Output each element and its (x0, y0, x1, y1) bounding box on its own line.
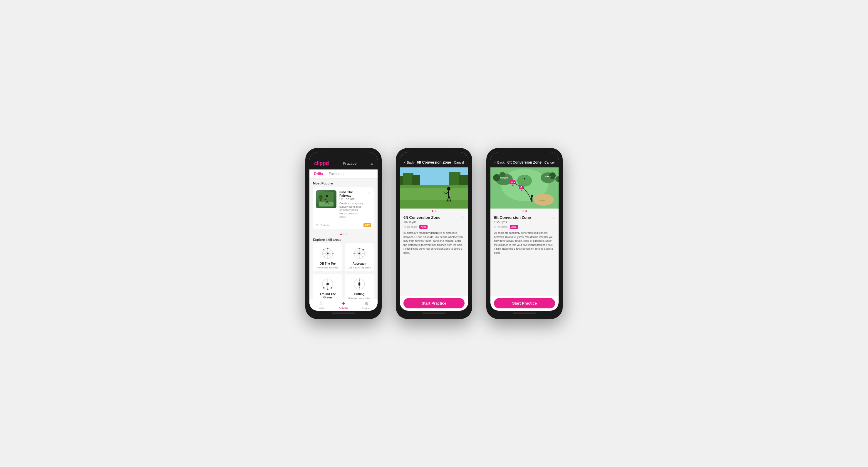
scene: clippd Practice ≡ Drills Favourites Most… (293, 136, 575, 331)
drill-title-3: 6ft Conversion Zone (494, 215, 531, 220)
off-the-tee-icon (320, 246, 336, 261)
drill-shots-2: ⏱ 20 shots (403, 226, 417, 229)
svg-point-78 (445, 200, 452, 202)
header-title-1: Practice (343, 161, 356, 166)
tab-favourites[interactable]: Favourites (329, 169, 345, 178)
skill-card-off-the-tee[interactable]: Off The Tee Power and accuracy (313, 243, 342, 271)
dot-active-2 (432, 210, 433, 212)
svg-point-34 (359, 253, 360, 254)
skill-name-atg: Around The Green (315, 293, 340, 299)
favourite-btn-3[interactable]: ☆ (551, 215, 555, 220)
svg-point-21 (332, 253, 334, 254)
featured-drill-card[interactable]: Find The Fairway Off The Tee Create an i… (313, 188, 374, 229)
drill-header-title-3: 6ft Conversion Zone (507, 160, 541, 165)
drill-title-row-3: 6ft Conversion Zone ☆ (494, 215, 555, 220)
svg-point-48 (327, 283, 329, 285)
carousel-dots (313, 232, 374, 236)
favourite-btn-2[interactable]: ☆ (461, 215, 465, 220)
nav-activities-label: Activities (339, 307, 348, 309)
skill-area-grid: Off The Tee Power and accuracy (313, 243, 374, 299)
svg-point-2 (326, 195, 328, 197)
drill-card-footer: ⏱ 10 shots OTT (313, 222, 374, 229)
drill-tag-3: ARG (510, 225, 518, 229)
dot-inactive-2 (435, 210, 436, 212)
drill-card-subtitle: Off The Tee (339, 197, 364, 201)
dot-2 (343, 234, 344, 235)
start-practice-button-3[interactable]: Start Practice (494, 298, 555, 308)
nav-activities[interactable]: ♣ Activities (332, 301, 355, 309)
svg-point-45 (327, 289, 328, 290)
skill-desc-approach: Dial-in to hit the green (348, 266, 371, 269)
svg-point-59 (359, 280, 360, 281)
svg-rect-99 (531, 197, 532, 201)
drill-range-3: 10-50 yds (494, 221, 555, 224)
svg-point-81 (517, 175, 532, 187)
svg-point-33 (362, 249, 364, 251)
svg-point-98 (531, 195, 533, 197)
svg-point-63 (359, 287, 360, 288)
putting-icon (351, 277, 368, 291)
screen-2: < Back 6ft Conversion Zone Cancel (400, 152, 468, 311)
drill-card-desc: Create an imaginary fairway using trees … (339, 202, 364, 219)
skill-desc-ott: Power and accuracy (317, 266, 338, 269)
screen-3: < Back 6ft Conversion Zone Cancel SAND (490, 152, 559, 311)
svg-text:ROUGH: ROUGH (545, 176, 551, 177)
svg-rect-71 (400, 188, 468, 200)
approach-icon (351, 246, 368, 261)
home-bar-3 (513, 312, 536, 314)
svg-point-32 (359, 248, 360, 249)
nav-home[interactable]: ⌂ Home (309, 301, 332, 309)
capture-icon: ⊕ (364, 301, 368, 306)
home-bar-1 (332, 312, 355, 314)
back-button-3[interactable]: < Back (495, 161, 504, 164)
skill-name-approach: Approach (352, 262, 366, 265)
most-popular-label: Most Popular (313, 181, 374, 185)
start-practice-button-2[interactable]: Start Practice (403, 298, 465, 308)
drill-photo-image (400, 167, 468, 208)
drill-meta-3: ⏱ 20 shots ARG (494, 225, 555, 229)
phone-notch-3 (513, 152, 536, 159)
app-logo: clippd (314, 160, 329, 167)
svg-point-72 (447, 187, 451, 191)
phone-3: < Back 6ft Conversion Zone Cancel SAND (486, 148, 563, 319)
skill-card-approach[interactable]: Approach Dial-in to hit the green (345, 243, 374, 271)
skill-name-putting: Putting (354, 293, 364, 296)
drill-detail-body-3: 6ft Conversion Zone ☆ 10-50 yds ⏱ 20 sho… (490, 212, 559, 296)
image-dots-2 (400, 208, 468, 212)
skill-card-putting[interactable]: Putting Make and lag practice (345, 274, 374, 299)
dot-1 (340, 234, 342, 235)
image-dots-3 (490, 208, 559, 212)
drill-description-2: 20 shots are randomly generated at dista… (403, 231, 465, 255)
favourite-button-1[interactable]: ☆ (367, 190, 371, 195)
skill-name-ott: Off The Tee (320, 262, 336, 265)
phone-notch-2 (422, 152, 446, 159)
drill-meta-2: ⏱ 20 shots ARG (403, 225, 465, 229)
cancel-button-2[interactable]: Cancel (454, 161, 464, 164)
svg-point-105 (513, 182, 515, 184)
nav-capture[interactable]: ⊕ Capture (355, 301, 378, 309)
svg-point-20 (327, 253, 329, 254)
clock-icon-3: ⏱ (494, 226, 497, 229)
drill-description-3: 20 shots are randomly generated at dista… (494, 231, 555, 255)
nav-capture-label: Capture (362, 307, 370, 309)
dot-inactive-3a (522, 210, 524, 212)
svg-point-46 (323, 287, 324, 289)
tab-bar: Drills Favourites (309, 169, 378, 178)
practice-list-body: Most Popular (309, 178, 378, 299)
svg-point-61 (358, 283, 360, 285)
phone-1: clippd Practice ≡ Drills Favourites Most… (305, 148, 382, 319)
svg-point-62 (359, 285, 360, 287)
svg-point-9 (319, 195, 322, 199)
svg-point-86 (493, 174, 500, 181)
back-button-2[interactable]: < Back (404, 161, 414, 164)
drill-title-2: 6ft Conversion Zone (403, 215, 440, 220)
phone-2: < Back 6ft Conversion Zone Cancel (396, 148, 472, 319)
svg-point-19 (327, 248, 328, 249)
tab-drills[interactable]: Drills (314, 169, 323, 178)
nav-home-label: Home (318, 307, 324, 309)
menu-icon[interactable]: ≡ (371, 161, 373, 166)
skill-card-around-the-green[interactable]: Around The Green Hone your short game (313, 274, 342, 299)
around-the-green-icon (320, 277, 336, 291)
drill-card-text: Find The Fairway Off The Tee Create an i… (339, 190, 364, 219)
cancel-button-3[interactable]: Cancel (545, 161, 555, 164)
